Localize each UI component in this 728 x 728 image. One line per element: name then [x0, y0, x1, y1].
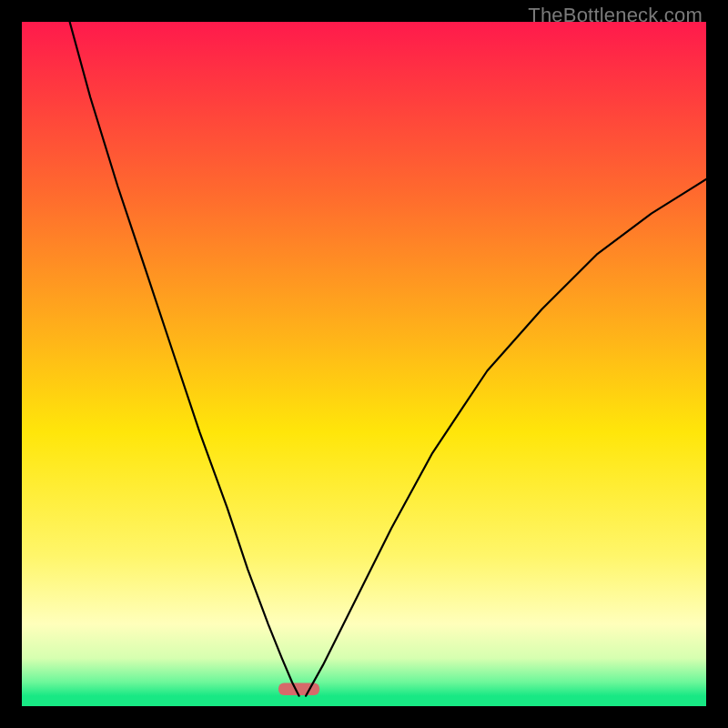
chart-frame [22, 22, 706, 706]
gradient-background [22, 22, 706, 706]
minimum-marker [278, 682, 319, 695]
bottleneck-chart [22, 22, 706, 706]
